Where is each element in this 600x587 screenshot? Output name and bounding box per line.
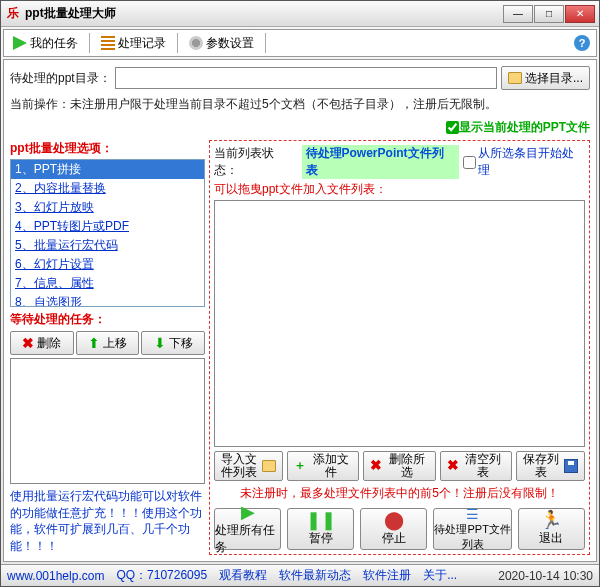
pending-title: 等待处理的任务： bbox=[10, 311, 205, 328]
status-news[interactable]: 软件最新动态 bbox=[279, 567, 351, 584]
run-all-button[interactable]: ▶ 处理所有任务 bbox=[214, 508, 281, 550]
dir-label: 待处理的ppt目录： bbox=[10, 70, 111, 87]
options-listbox[interactable]: 1、PPT拼接2、内容批量替换3、幻灯片放映4、PPT转图片或PDF5、批量运行… bbox=[10, 159, 205, 307]
list-status-label: 当前列表状态： bbox=[214, 145, 298, 179]
tab-label: 参数设置 bbox=[206, 35, 254, 52]
option-item[interactable]: 2、内容批量替换 bbox=[11, 179, 204, 198]
move-down-button[interactable]: ⬇下移 bbox=[141, 331, 205, 355]
drag-hint: 可以拖曳ppt文件加入文件列表： bbox=[214, 181, 585, 198]
statusbar: www.001help.com QQ：710726095 观看教程 软件最新动态… bbox=[1, 564, 599, 586]
status-about[interactable]: 关于... bbox=[423, 567, 457, 584]
macro-tip: 使用批量运行宏代码功能可以对软件的功能做任意扩充！！！使用这个功能，软件可扩展到… bbox=[10, 488, 205, 555]
current-op-text: 当前操作：未注册用户限于处理当前目录不超过5个文档（不包括子目录），注册后无限制… bbox=[10, 96, 590, 113]
tab-label: 我的任务 bbox=[30, 35, 78, 52]
list-status-value: 待处理PowerPoint文件列表 bbox=[302, 145, 459, 179]
exit-icon: 🏃 bbox=[540, 511, 562, 529]
main-toolbar: 我的任务 处理记录 参数设置 ? bbox=[3, 29, 597, 57]
stop-icon: ⬤ bbox=[384, 511, 404, 529]
list-icon: ☰ bbox=[466, 507, 479, 521]
play-icon: ▶ bbox=[241, 503, 255, 521]
browse-label: 选择目录... bbox=[525, 70, 583, 87]
titlebar: 乐 ppt批量处理大师 — □ ✕ bbox=[1, 1, 599, 27]
unregistered-warning: 未注册时，最多处理文件列表中的前5个！注册后没有限制！ bbox=[214, 485, 585, 502]
show-current-checkbox[interactable] bbox=[446, 121, 459, 134]
exit-button[interactable]: 🏃 退出 bbox=[518, 508, 585, 550]
show-current-label[interactable]: 显示当前处理的PPT文件 bbox=[459, 119, 590, 136]
right-panel: 当前列表状态： 待处理PowerPoint文件列表 从所选条目开始处理 可以拖曳… bbox=[209, 140, 590, 555]
option-item[interactable]: 1、PPT拼接 bbox=[11, 160, 204, 179]
pause-button[interactable]: ❚❚ 暂停 bbox=[287, 508, 354, 550]
pending-tasks-list[interactable] bbox=[10, 358, 205, 484]
status-register[interactable]: 软件注册 bbox=[363, 567, 411, 584]
status-qq[interactable]: QQ：710726095 bbox=[116, 567, 207, 584]
tab-label: 处理记录 bbox=[118, 35, 166, 52]
dir-input[interactable] bbox=[115, 67, 497, 89]
save-icon bbox=[564, 459, 578, 473]
tab-settings[interactable]: 参数设置 bbox=[182, 32, 261, 54]
move-up-button[interactable]: ⬆上移 bbox=[76, 331, 140, 355]
status-website[interactable]: www.001help.com bbox=[7, 569, 104, 583]
save-list-button[interactable]: 保存列 表 bbox=[516, 451, 585, 481]
x-icon: ✖ bbox=[447, 458, 459, 473]
tab-my-tasks[interactable]: 我的任务 bbox=[6, 32, 85, 54]
x-icon: ✖ bbox=[370, 458, 382, 473]
tab-history[interactable]: 处理记录 bbox=[94, 32, 173, 54]
pause-icon: ❚❚ bbox=[306, 511, 336, 529]
folder-icon bbox=[508, 72, 522, 84]
option-item[interactable]: 6、幻灯片设置 bbox=[11, 255, 204, 274]
clear-list-button[interactable]: ✖清空列表 bbox=[440, 451, 512, 481]
file-list[interactable] bbox=[214, 200, 585, 447]
gear-icon bbox=[189, 36, 203, 50]
separator bbox=[177, 33, 178, 53]
plus-icon: ＋ bbox=[294, 459, 306, 472]
delete-selected-button[interactable]: ✖删除所选 bbox=[363, 451, 435, 481]
start-from-selection-checkbox[interactable] bbox=[463, 156, 476, 169]
folder-icon bbox=[262, 460, 276, 472]
maximize-button[interactable]: □ bbox=[534, 5, 564, 23]
app-logo-icon: 乐 bbox=[5, 6, 21, 22]
list-icon bbox=[101, 36, 115, 50]
separator bbox=[89, 33, 90, 53]
delete-task-button[interactable]: ✖删除 bbox=[10, 331, 74, 355]
stop-button[interactable]: ⬤ 停止 bbox=[360, 508, 427, 550]
start-from-selection-label: 从所选条目开始处理 bbox=[478, 145, 585, 179]
help-icon[interactable]: ? bbox=[574, 35, 590, 51]
minimize-button[interactable]: — bbox=[503, 5, 533, 23]
import-list-button[interactable]: 导入文 件列表 bbox=[214, 451, 283, 481]
option-item[interactable]: 7、信息、属性 bbox=[11, 274, 204, 293]
arrow-up-icon: ⬆ bbox=[88, 335, 100, 351]
arrow-down-icon: ⬇ bbox=[154, 335, 166, 351]
browse-button[interactable]: 选择目录... bbox=[501, 66, 590, 90]
option-item[interactable]: 5、批量运行宏代码 bbox=[11, 236, 204, 255]
option-item[interactable]: 4、PPT转图片或PDF bbox=[11, 217, 204, 236]
x-icon: ✖ bbox=[22, 335, 34, 351]
option-item[interactable]: 3、幻灯片放映 bbox=[11, 198, 204, 217]
separator bbox=[265, 33, 266, 53]
status-tutorial[interactable]: 观看教程 bbox=[219, 567, 267, 584]
add-file-button[interactable]: ＋添加文件 bbox=[287, 451, 359, 481]
status-datetime: 2020-10-14 10:30 bbox=[498, 569, 593, 583]
option-item[interactable]: 8、自选图形 bbox=[11, 293, 204, 307]
options-title: ppt批量处理选项： bbox=[10, 140, 205, 157]
close-button[interactable]: ✕ bbox=[565, 5, 595, 23]
pending-list-button[interactable]: ☰ 待处理PPT文件 列表 bbox=[433, 508, 511, 550]
window-title: ppt批量处理大师 bbox=[25, 5, 503, 22]
play-icon bbox=[13, 36, 27, 50]
